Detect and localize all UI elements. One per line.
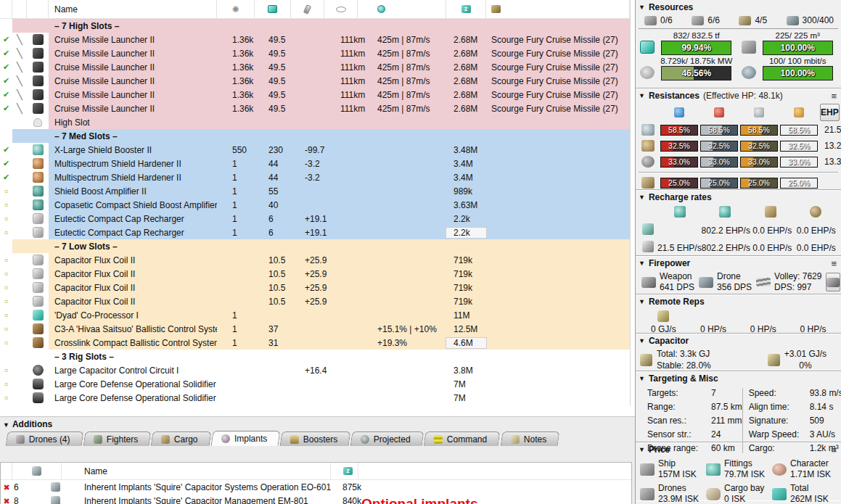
- module-range: 111km: [324, 35, 358, 45]
- additions-tab[interactable]: Fighters: [83, 431, 151, 446]
- module-row[interactable]: ○ Large Core Defense Operational Solidif…: [0, 391, 630, 405]
- state-icon[interactable]: ✔: [3, 90, 9, 99]
- state-icon[interactable]: ○: [4, 311, 8, 319]
- module-row[interactable]: ✔ ╲ Cruise Missile Launcher II 1.36k 49.…: [0, 88, 630, 102]
- module-row[interactable]: ✔ ╲ Cruise Missile Launcher II 1.36k 49.…: [0, 33, 630, 46]
- hardpoint-column-header[interactable]: [12, 0, 27, 18]
- powergrid-column-header[interactable]: ✺: [217, 0, 255, 18]
- state-icon[interactable]: ✔: [3, 104, 9, 113]
- state-icon[interactable]: ○: [4, 256, 8, 264]
- module-row[interactable]: ○ Shield Boost Amplifier II 1 55 989k: [0, 184, 630, 198]
- additions-tab[interactable]: Boosters: [280, 431, 351, 446]
- module-row[interactable]: – 7 Med Slots –: [0, 129, 630, 143]
- thermal-resist-bar: 33.0%: [700, 157, 738, 168]
- price-menu-icon[interactable]: ≡: [831, 445, 837, 455]
- state-icon[interactable]: ○: [4, 215, 8, 223]
- launcher-icon: [33, 103, 44, 114]
- recharge-label: Recharge rates: [649, 192, 712, 202]
- remove-implant-icon[interactable]: ✖: [3, 497, 9, 504]
- additions-tab[interactable]: Implants: [210, 431, 280, 446]
- implant-price-column-header[interactable]: z: [331, 463, 358, 479]
- state-icon[interactable]: ✔: [3, 173, 9, 182]
- module-row[interactable]: ✔ Multispectrum Shield Hardener II 1 44 …: [0, 157, 630, 170]
- additions-tab[interactable]: Notes: [500, 431, 559, 446]
- additions-tab[interactable]: Drones (4): [6, 431, 83, 446]
- state-icon[interactable]: ○: [4, 270, 8, 278]
- module-row[interactable]: ○ Eutectic Compact Cap Recharger 1 6 +19…: [0, 212, 630, 226]
- state-icon[interactable]: ✔: [3, 159, 9, 168]
- resistances-menu-icon[interactable]: ≡: [831, 91, 837, 102]
- recharge-header[interactable]: ▼Recharge rates: [639, 191, 838, 204]
- state-icon[interactable]: ○: [4, 380, 8, 388]
- module-cap-use: +16.4: [291, 365, 324, 376]
- module-row[interactable]: ○ Crosslink Compact Ballistic Control Sy…: [0, 336, 630, 350]
- volley-item: Volley: 7629DPS: 997: [756, 271, 821, 293]
- state-icon[interactable]: ✔: [3, 145, 9, 154]
- additions-tab[interactable]: Projected: [350, 431, 424, 446]
- name-column-header[interactable]: Name: [49, 0, 217, 18]
- state-icon[interactable]: ○: [4, 366, 8, 374]
- state-icon[interactable]: ○: [4, 325, 8, 333]
- remote-reps-header[interactable]: ▼Remote Reps: [639, 296, 838, 308]
- module-row[interactable]: ○ Capacitor Flux Coil II 10.5 +25.9 719k: [0, 253, 630, 267]
- implant-row[interactable]: ✖ 6 Inherent Implants 'Squire' Capacitor…: [1, 480, 631, 494]
- remove-implant-icon[interactable]: ✖: [3, 483, 9, 492]
- state-icon[interactable]: ✔: [3, 62, 9, 72]
- state-icon[interactable]: ○: [4, 201, 8, 209]
- module-row[interactable]: – 7 Low Slots –: [0, 239, 630, 253]
- module-row[interactable]: ○ Large Core Defense Operational Solidif…: [0, 377, 630, 391]
- implant-name-column-header[interactable]: Name: [62, 463, 331, 479]
- state-icon[interactable]: ○: [4, 339, 8, 347]
- state-icon[interactable]: ✔: [3, 35, 9, 44]
- firepower-header[interactable]: ▼Firepower: [639, 257, 838, 270]
- module-row[interactable]: ○ 'Dyad' Co-Processor I 1 11M: [0, 308, 630, 322]
- cpu-column-header[interactable]: [255, 0, 291, 18]
- state-icon[interactable]: ○: [4, 394, 8, 402]
- state-icon[interactable]: ○: [4, 187, 8, 195]
- implant-row[interactable]: ✖ 8 Inherent Implants 'Squire' Capacitor…: [1, 494, 631, 504]
- module-bonus: 425m | 87m/s: [358, 49, 446, 59]
- state-icon[interactable]: ○: [4, 297, 8, 305]
- module-row[interactable]: ○ C3-A 'Hivaa Saitsuo' Ballistic Control…: [0, 322, 630, 336]
- targeting-misc-header[interactable]: ▼Targeting & Misc: [639, 373, 838, 385]
- capacitor-column-header[interactable]: [291, 0, 324, 18]
- ammo-column-header[interactable]: [486, 0, 630, 18]
- implant-state-column-header[interactable]: [1, 463, 12, 479]
- state-icon[interactable]: ✔: [3, 49, 9, 58]
- resources-header[interactable]: ▼Resources: [639, 1, 838, 14]
- falloff-column-header[interactable]: [358, 0, 446, 18]
- module-row[interactable]: ✔ ╲ Cruise Missile Launcher II 1.36k 49.…: [0, 60, 630, 74]
- module-row[interactable]: ✔ ╲ Cruise Missile Launcher II 1.36k 49.…: [0, 102, 630, 115]
- module-row[interactable]: ✔ X-Large Shield Booster II 550 230 -99.…: [0, 143, 630, 157]
- module-row[interactable]: – 3 Rig Slots –: [0, 350, 630, 363]
- ehp-toggle-button[interactable]: EHP: [820, 104, 840, 121]
- firepower-menu-icon[interactable]: ≡: [831, 258, 837, 269]
- implant-icon-column-header[interactable]: [12, 463, 62, 479]
- icon-column-header[interactable]: [27, 0, 49, 18]
- additions-tab[interactable]: Command: [424, 431, 501, 446]
- price-column-header[interactable]: z: [446, 0, 486, 18]
- module-row[interactable]: ○ Capacitor Flux Coil II 10.5 +25.9 719k: [0, 294, 630, 308]
- capacitor-header[interactable]: ▼Capacitor: [639, 335, 838, 347]
- module-row[interactable]: – 7 High Slots –: [0, 19, 630, 33]
- module-row[interactable]: ✔ Multispectrum Shield Hardener II 1 44 …: [0, 170, 630, 184]
- additions-header[interactable]: ▼Additions: [0, 417, 636, 431]
- module-row[interactable]: ○ Eutectic Compact Cap Recharger 1 6 +19…: [0, 226, 630, 239]
- state-icon[interactable]: ✔: [3, 76, 9, 86]
- state-icon[interactable]: ○: [4, 228, 8, 236]
- module-row[interactable]: ✔ ╲ Cruise Missile Launcher II 1.36k 49.…: [0, 46, 630, 60]
- state-column-header[interactable]: [0, 0, 12, 18]
- state-icon[interactable]: ○: [4, 284, 8, 292]
- module-row[interactable]: High Slot: [0, 115, 630, 129]
- resistances-header[interactable]: ▼ Resistances (Effective HP: 48.1k): [639, 90, 838, 102]
- module-row[interactable]: ○ Capacitor Flux Coil II 10.5 +25.9 719k: [0, 281, 630, 294]
- module-row[interactable]: ✔ ╲ Cruise Missile Launcher II 1.36k 49.…: [0, 74, 630, 88]
- module-row[interactable]: ○ Large Capacitor Control Circuit I +16.…: [0, 363, 630, 377]
- additions-tab[interactable]: Cargo: [151, 431, 211, 446]
- module-row[interactable]: ○ Capacitor Flux Coil II 10.5 +25.9 719k: [0, 267, 630, 281]
- range-column-header[interactable]: [324, 0, 358, 18]
- dps-graph-button[interactable]: [826, 273, 840, 292]
- price-header[interactable]: ▼Price: [639, 444, 838, 456]
- module-row[interactable]: ○ Copasetic Compact Shield Boost Amplifi…: [0, 198, 630, 212]
- hardpoint-icon: [12, 391, 27, 405]
